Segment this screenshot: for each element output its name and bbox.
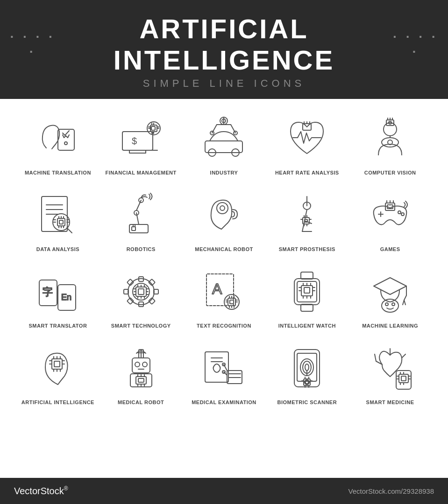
text-recognition-label: TEXT RECOGNITION [197,323,251,329]
header: · · · · · ARTIFICIAL INTELLIGENCE · · · … [0,0,448,99]
svg-point-33 [382,138,398,147]
svg-rect-137 [301,304,313,311]
svg-text:En: En [61,293,71,302]
data-analysis-label: DATA ANALYSIS [36,246,79,252]
smart-technology-label: SMART TECHNOLOGY [111,323,171,329]
svg-rect-134 [230,300,234,304]
financial-management-icon-box: $ [111,113,171,164]
medical-examination-label: MEDICAL EXAMINATION [192,399,256,405]
list-item: MACHINE TRANSLATION [19,113,97,175]
svg-point-68 [220,206,225,210]
industry-icon [198,115,249,162]
machine-translation-icon [32,115,84,162]
svg-marker-151 [374,278,406,294]
medical-examination-icon [198,345,249,392]
svg-point-201 [305,364,309,371]
heart-rate-icon-box [277,113,337,164]
heart-rate-icon [281,115,333,162]
list-item: DATA ANALYSIS [19,189,97,252]
footer-url: VectorStock.com/29328938 [348,487,434,495]
svg-point-32 [384,123,397,136]
brand-name-bold: Stock [41,486,64,496]
computer-vision-label: COMPUTER VISION [364,170,416,175]
registered-symbol: ® [64,485,68,492]
list-item: BIOMETRIC SCANNER [268,343,346,405]
industry-label: INDUSTRY [210,170,238,175]
svg-point-85 [398,211,401,214]
svg-rect-179 [136,377,146,384]
smart-prosthesis-icon [281,192,333,238]
list-item: MEDICAL EXAMINATION [185,343,263,405]
machine-translation-icon-box [28,113,88,164]
list-item: SMART TECHNOLOGY [102,266,180,329]
industry-icon-box [193,113,254,164]
medical-examination-icon-box [193,343,254,394]
list-item: COMPUTER VISION [351,113,429,175]
svg-point-176 [142,362,147,367]
svg-rect-60 [132,227,135,231]
robotics-icon-box [111,189,171,241]
header-title-row: · · · · · ARTIFICIAL INTELLIGENCE · · · … [9,13,439,76]
main-content: MACHINE TRANSLATION $ [0,99,448,478]
svg-point-175 [135,362,140,367]
intelligent-watch-icon-box [277,266,337,317]
svg-rect-211 [306,381,308,384]
svg-point-158 [392,303,395,306]
medical-robot-icon-box [111,343,171,394]
mechanical-robot-icon-box [193,189,254,241]
smart-technology-icon [115,268,167,315]
svg-rect-150 [304,287,310,293]
list-item: HEART RATE ANALYSIS [268,113,346,175]
svg-rect-170 [54,361,60,367]
svg-point-156 [382,299,398,312]
svg-point-67 [217,203,228,214]
svg-line-213 [375,354,376,361]
svg-rect-186 [138,378,144,382]
medical-robot-icon [115,345,167,392]
heart-rate-label: HEART RATE ANALYSIS [275,170,339,175]
svg-point-96 [128,279,154,305]
smart-prosthesis-icon-box [277,189,337,241]
mechanical-robot-icon [198,192,249,238]
svg-rect-17 [205,141,242,153]
medical-robot-label: MEDICAL ROBOT [118,399,164,405]
svg-text:字: 字 [43,286,53,298]
header-subtitle: SIMPLE LINE ICONS [9,77,439,90]
text-recognition-icon-box: A [193,266,254,317]
svg-line-153 [404,295,406,300]
data-analysis-icon [32,192,84,238]
list-item: MECHANICAL ROBOT [185,189,263,252]
games-label: GAMES [380,246,400,252]
smart-medicine-icon-box [360,343,420,394]
svg-rect-16 [151,126,155,130]
list-item: A TEXT RECOGNITION [185,266,263,329]
financial-management-label: FINANCIAL MANAGEMENT [106,170,177,175]
smart-prosthesis-label: SMART PROSTHESIS [279,246,335,252]
svg-text:A: A [212,280,222,297]
svg-rect-0 [58,129,74,150]
machine-learning-icon-box [360,266,420,317]
data-analysis-icon-box [28,189,88,241]
list-item: GAMES [351,189,429,252]
svg-rect-226 [401,376,406,381]
svg-rect-135 [301,272,313,279]
smart-medicine-icon [364,345,416,392]
svg-point-157 [385,303,388,306]
list-item: $ FINANCIAL MANAGEMENT [102,113,180,175]
smart-medicine-label: SMART MEDICINE [366,399,414,405]
smart-translator-icon-box: 字 En [28,266,88,317]
list-item: SMART MEDICINE [351,343,429,405]
right-dots: · · · · · [392,29,439,59]
brand-name: VectorStock® [14,486,68,496]
svg-rect-47 [57,218,65,226]
icons-grid: MACHINE TRANSLATION $ [19,113,429,405]
smart-translator-label: SMART TRANSLATOR [28,323,87,329]
smart-technology-icon-box [111,266,171,317]
machine-learning-label: MACHINE LEARNING [362,323,418,329]
mechanical-robot-label: MECHANICAL ROBOT [195,246,253,252]
svg-rect-136 [294,279,320,305]
svg-line-155 [404,300,405,305]
intelligent-watch-icon [281,268,333,315]
smart-translator-icon: 字 En [32,268,84,315]
list-item: 字 En SMART TRANSLATOR [19,266,97,329]
